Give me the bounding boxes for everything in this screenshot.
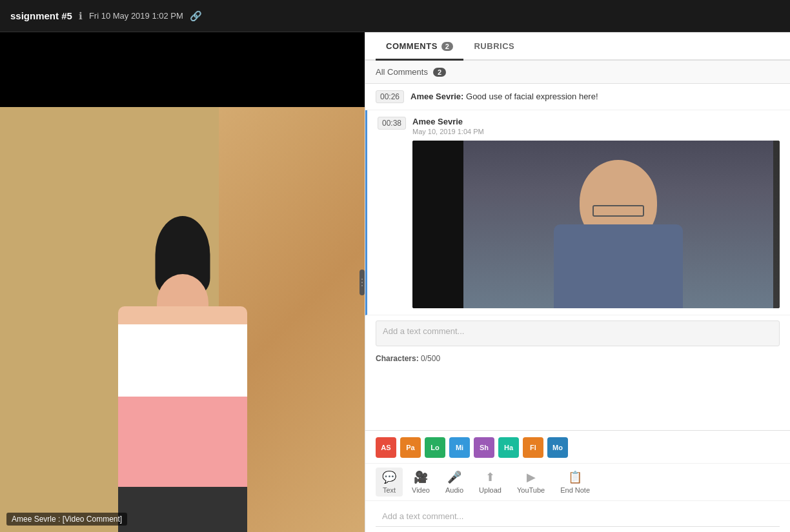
video-caption: Amee Sevrle : [Video Comment] [6, 513, 127, 526]
avatar-chip-fl[interactable]: Fl [523, 437, 543, 458]
avatar-chip-ha[interactable]: Ha [498, 437, 519, 458]
avatar-chip-mi[interactable]: Mi [449, 437, 470, 458]
avatar-chip-mo[interactable]: Mo [547, 437, 568, 458]
top-bar: ssignment #5 ℹ Fri 10 May 2019 1:02 PM 🔗 [0, 0, 790, 32]
comment-item[interactable]: 00:26 Amee Sevrie: Good use of facial ex… [365, 84, 790, 110]
tabs-bar: COMMENTS 2 RUBRICS [365, 32, 790, 61]
bottom-text-input[interactable]: Add a text comment... [376, 506, 780, 527]
comment-type-btn-youtube[interactable]: ▶YouTube [511, 468, 551, 497]
video-thumb-body [554, 224, 683, 308]
comment-timestamp-1: 00:26 [376, 90, 404, 103]
video-thumb-glasses [592, 205, 644, 217]
text-comment-placeholder: Add a text comment... [383, 326, 464, 336]
video-icon: 🎥 [414, 470, 428, 484]
video-area[interactable]: Amee Sevrle : [Video Comment] [0, 32, 365, 532]
tab-rubrics-label: RUBRICS [474, 41, 514, 51]
avatar-chip-lo[interactable]: Lo [425, 437, 445, 458]
comments-panel: COMMENTS 2 RUBRICS All Comments 2 00:26 … [365, 32, 790, 532]
tab-comments-label: COMMENTS [386, 41, 438, 51]
upload-icon: ⬆ [485, 470, 495, 484]
comment-author-2: Amee Sevrie [412, 117, 780, 126]
main-container: Amee Sevrle : [Video Comment] COMMENTS 2… [0, 32, 790, 532]
youtube-icon: ▶ [527, 470, 536, 484]
all-comments-label: All Comments [376, 67, 428, 77]
avatar-chip-sh[interactable]: Sh [474, 437, 494, 458]
handle-dot-3 [361, 285, 363, 286]
comment-author-1: Amee Sevrie: [410, 92, 466, 101]
comment-body-1: Amee Sevrie: Good use of facial expressi… [410, 90, 780, 102]
comment-timestamp-2: 00:38 [378, 117, 406, 130]
tab-comments-badge: 2 [441, 42, 454, 51]
bottom-placeholder: Add a text comment... [382, 511, 463, 521]
end note-label: End Note [560, 486, 590, 494]
text-icon: 💬 [382, 470, 396, 484]
tab-comments[interactable]: COMMENTS 2 [376, 32, 463, 61]
characters-label: Characters: [376, 354, 419, 363]
audio-icon: 🎤 [447, 470, 461, 484]
avatar-row: ASPaLoMiShHaFlMo [365, 431, 790, 463]
text-comment-area[interactable]: Add a text comment... [376, 320, 780, 346]
end note-icon: 📋 [568, 470, 582, 484]
video-label: Video [412, 486, 430, 494]
video-panel: Amee Sevrle : [Video Comment] [0, 32, 365, 532]
video-thumb-person [463, 141, 773, 308]
handle-dot-2 [361, 282, 363, 283]
comment-type-btn-text[interactable]: 💬Text [376, 468, 403, 497]
text-label: Text [383, 486, 396, 494]
characters-value: 0/500 [421, 354, 440, 363]
video-thumb-bg [412, 141, 780, 308]
comment-type-bar: 💬Text🎥Video🎤Audio⬆Upload▶YouTube📋End Not… [365, 463, 790, 501]
youtube-label: YouTube [517, 486, 545, 494]
avatar-chip-pa[interactable]: Pa [400, 437, 421, 458]
tab-rubrics[interactable]: RUBRICS [463, 32, 525, 61]
comment-text-1: Good use of facial expression here! [466, 92, 598, 101]
assignment-title: ssignment #5 [10, 10, 72, 21]
comment-type-btn-end-note[interactable]: 📋End Note [554, 468, 596, 497]
characters-info: Characters: 0/500 [365, 351, 790, 368]
video-background [0, 32, 365, 532]
assignment-date: Fri 10 May 2019 1:02 PM [89, 11, 183, 21]
all-comments-badge: 2 [433, 68, 446, 77]
link-icon[interactable]: 🔗 [190, 10, 202, 22]
comment-item-2[interactable]: 00:38 Amee Sevrie May 10, 2019 1:04 PM [365, 110, 790, 315]
comments-list: 00:26 Amee Sevrie: Good use of facial ex… [365, 84, 790, 430]
comment-type-btn-upload[interactable]: ⬆Upload [472, 468, 508, 497]
comment-type-btn-audio[interactable]: 🎤Audio [439, 468, 470, 497]
handle-dot-1 [361, 279, 363, 280]
upload-label: Upload [479, 486, 501, 494]
person-body [118, 306, 247, 532]
divider-handle[interactable] [360, 270, 365, 295]
all-comments-header: All Comments 2 [365, 61, 790, 84]
bottom-section: ASPaLoMiShHaFlMo 💬Text🎥Video🎤Audio⬆Uploa… [365, 430, 790, 532]
audio-label: Audio [445, 486, 463, 494]
comment-video-thumbnail[interactable] [412, 141, 780, 308]
avatar-chip-as[interactable]: AS [376, 437, 396, 458]
info-icon[interactable]: ℹ [79, 10, 83, 22]
comment-body-2: Amee Sevrie May 10, 2019 1:04 PM [412, 117, 780, 308]
comment-type-btn-video[interactable]: 🎥Video [405, 468, 436, 497]
comment-date-2: May 10, 2019 1:04 PM [412, 128, 780, 135]
